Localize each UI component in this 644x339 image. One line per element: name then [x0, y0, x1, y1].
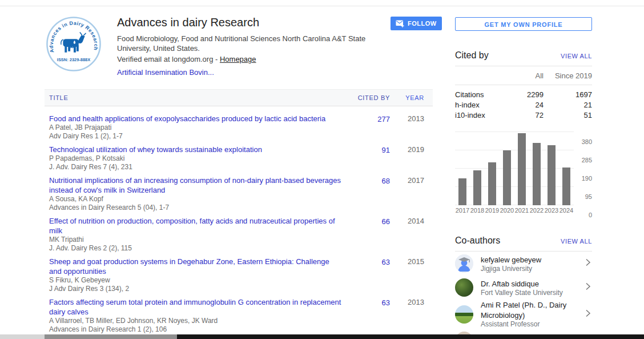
coauthor-text: Ami R Patel (Ph. D., Dairy Microbiology)…: [473, 300, 585, 329]
cited-by-title: Cited by: [455, 50, 489, 61]
article-authors: MK Tripathi: [49, 236, 343, 244]
article-row: Sheep and goat production systems in Deg…: [45, 253, 433, 293]
article-title-link[interactable]: Sheep and goat production systems in Deg…: [49, 257, 343, 276]
article-row: Factors affecting serum total protein an…: [45, 293, 433, 334]
coauthor-text: kefyalew gebeyewJigjiga University: [473, 254, 585, 273]
cited-by-count-link[interactable]: 63: [382, 258, 390, 266]
citations-chart-plot: 20172018201920202021202220232024: [455, 132, 574, 205]
article-venue: Advances in Dairy Research 5 (04), 1-7: [49, 204, 343, 212]
coauthor-text: Dr. Aftab siddiqueFort Valley State Univ…: [473, 278, 585, 297]
article-year: 2019: [390, 145, 424, 172]
articles-table: TITLE CITED BY YEAR Food and health appl…: [45, 89, 433, 339]
chart-year-label: 2024: [557, 207, 575, 214]
citation-bar[interactable]: [548, 145, 556, 205]
article-row: Technological utilization of whey toward…: [45, 141, 433, 172]
chart-ytick-label: 285: [575, 157, 592, 163]
window-top-divider: [0, 6, 644, 6]
citation-bar[interactable]: [518, 133, 526, 205]
chart-bar-slot: 2022: [529, 132, 544, 205]
chart-ytick-label: 380: [575, 138, 592, 145]
article-year: 2015: [390, 257, 424, 293]
citation-bar[interactable]: [533, 143, 541, 205]
coauthor-item[interactable]: kefyalew gebeyewJigjiga University: [455, 252, 592, 276]
article-authors: A Sousa, KA Kopf: [49, 195, 343, 204]
cited-by-count-link[interactable]: 277: [377, 115, 390, 123]
stat-value-since: 1697: [544, 90, 592, 100]
article-main: Nutritional implications of an increasin…: [49, 176, 356, 212]
coauthor-avatar: [455, 254, 473, 273]
citation-bar[interactable]: [503, 150, 511, 205]
article-year: 2013: [390, 297, 424, 334]
cited-by-count-link[interactable]: 68: [382, 177, 390, 185]
article-year: 2013: [390, 114, 424, 141]
stats-col-all: All: [509, 71, 544, 80]
stat-row: i10-index7251: [455, 110, 592, 121]
article-cited-cell: 91: [356, 145, 390, 172]
stat-value-all: 2299: [509, 90, 544, 100]
article-venue: J Adv Dairy Res 3 (134), 2: [49, 285, 343, 293]
coauthors-title: Co-authors: [455, 236, 500, 246]
coauthor-item[interactable]: Ami R Patel (Ph. D., Dairy Microbiology)…: [455, 300, 592, 329]
article-main: Effect of nutrition on production, compo…: [49, 216, 356, 253]
cited-by-count-link[interactable]: 63: [382, 298, 390, 307]
follow-button-label: FOLLOW: [408, 20, 437, 27]
follow-button[interactable]: FOLLOW: [391, 17, 442, 30]
coauthors-list: kefyalew gebeyewJigjiga UniversityDr. Af…: [455, 252, 592, 339]
stat-row: h-index2421: [455, 100, 592, 110]
article-title-link[interactable]: Factors affecting serum total protein an…: [49, 297, 343, 317]
cited-by-view-all-link[interactable]: VIEW ALL: [561, 53, 592, 59]
stat-label-link[interactable]: h-index: [455, 100, 509, 110]
coauthor-item[interactable]: Dr. Aftab siddiqueFort Valley State Univ…: [455, 276, 592, 300]
get-my-own-profile-button[interactable]: GET MY OWN PROFILE: [455, 17, 592, 31]
article-title-link[interactable]: Effect of nutrition on production, compo…: [49, 216, 343, 236]
coauthor-avatar: [455, 278, 473, 297]
chart-bar-slot: 2017: [455, 132, 470, 205]
article-venue: Advances in Dairy Research 1 (2), 106: [49, 325, 343, 334]
chart-bar-slot: 2024: [559, 132, 574, 205]
chart-bar-slot: 2018: [470, 132, 485, 205]
article-cited-cell: 277: [356, 114, 390, 141]
chart-bar-slot: 2019: [485, 132, 500, 205]
article-venue: Adv Dairy Res 1 (2), 1-7: [49, 132, 343, 141]
coauthors-section: Co-authors VIEW ALL kefyalew gebeyewJigj…: [455, 236, 592, 339]
horizontal-scrollbar-thumb[interactable]: [45, 334, 177, 339]
chart-bar-slot: 2020: [500, 132, 514, 205]
article-cited-cell: 68: [356, 176, 390, 212]
coauthor-name-link[interactable]: Ami R Patel (Ph. D., Dairy Microbiology): [481, 301, 566, 320]
stat-label-link[interactable]: Citations: [455, 90, 509, 100]
articles-list: Food and health applications of exopolys…: [45, 106, 433, 339]
articles-table-header: TITLE CITED BY YEAR: [45, 89, 433, 106]
sort-by-title-header[interactable]: TITLE: [45, 94, 356, 101]
sort-by-year-header[interactable]: YEAR: [390, 94, 424, 101]
article-title-link[interactable]: Technological utilization of whey toward…: [49, 145, 343, 154]
cited-by-count-link[interactable]: 91: [382, 146, 390, 154]
profile-verified-email: Verified email at longdom.org - Homepage: [117, 54, 388, 64]
coauthor-name-link[interactable]: kefyalew gebeyew: [481, 256, 541, 264]
citation-bar[interactable]: [458, 178, 466, 205]
stats-col-since: Since 2019: [544, 71, 592, 80]
coauthor-avatar: [455, 305, 473, 324]
cited-by-count-link[interactable]: 66: [382, 217, 390, 226]
article-row: Food and health applications of exopolys…: [45, 110, 433, 141]
chevron-right-icon: [585, 309, 592, 320]
article-title-link[interactable]: Food and health applications of exopolys…: [49, 114, 343, 123]
stat-label-link[interactable]: i10-index: [455, 110, 509, 121]
profile-info: Advances in dairy Research Food Microbio…: [117, 15, 388, 77]
citation-bar[interactable]: [562, 167, 570, 205]
coauthor-affiliation: Assistant Professor: [481, 320, 581, 329]
interest-link[interactable]: Artificial Insemination Bovin...: [117, 68, 214, 77]
logo-issn: ISSN: 2329-888X: [57, 57, 90, 62]
journal-logo: Advances in Dairy Research ISSN: 2329-88…: [46, 16, 102, 72]
stat-value-since: 51: [544, 110, 592, 121]
cited-by-section: Cited by VIEW ALL All Since 2019 Citatio…: [455, 50, 592, 121]
citation-bar[interactable]: [473, 170, 481, 205]
citation-bar[interactable]: [488, 162, 496, 205]
follow-envelope-icon: [396, 20, 404, 27]
coauthor-name-link[interactable]: Dr. Aftab siddique: [481, 280, 539, 288]
profile-name: Advances in dairy Research: [117, 15, 388, 30]
sort-by-cited-header[interactable]: CITED BY: [356, 94, 390, 101]
coauthors-view-all-link[interactable]: VIEW ALL: [561, 238, 592, 245]
article-title-link[interactable]: Nutritional implications of an increasin…: [49, 176, 343, 195]
chart-ytick-label: 0: [575, 212, 592, 218]
homepage-link[interactable]: Homepage: [220, 55, 256, 63]
